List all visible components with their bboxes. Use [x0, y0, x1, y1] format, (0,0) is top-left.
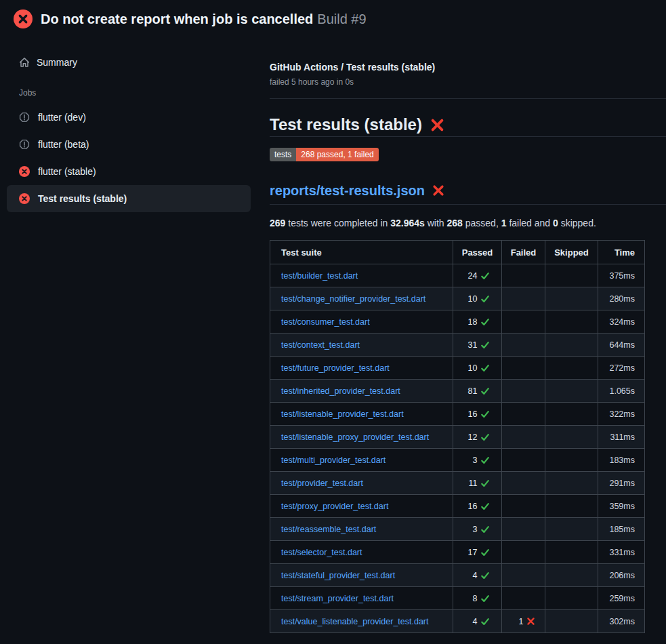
test-suite-link[interactable]: test/provider_test.dart	[281, 479, 363, 488]
failed-cell	[502, 334, 545, 357]
passed-total: 268	[447, 218, 463, 228]
build-number: Build #9	[317, 12, 366, 26]
skipped-cell	[545, 610, 598, 633]
test-suite-link[interactable]: test/multi_provider_test.dart	[281, 456, 386, 465]
test-suite-link[interactable]: test/stream_provider_test.dart	[281, 594, 394, 603]
test-suite-link[interactable]: test/proxy_provider_test.dart	[281, 502, 388, 511]
passed-cell: 17	[453, 541, 502, 564]
test-suite-link[interactable]: test/selector_test.dart	[281, 548, 362, 557]
failed-cell: 1	[502, 610, 545, 633]
test-suite-link[interactable]: test/listenable_proxy_provider_test.dart	[281, 432, 429, 442]
summary-label: Summary	[37, 57, 77, 68]
test-suite-link[interactable]: test/listenable_provider_test.dart	[281, 409, 404, 419]
passed-count: 24	[465, 271, 478, 281]
passed-cell: 10	[453, 357, 502, 380]
passed-count: 10	[465, 294, 478, 304]
table-body: test/builder_test.dart24375mstest/change…	[270, 264, 645, 633]
test-suite-link[interactable]: test/change_notifier_provider_test.dart	[281, 294, 425, 304]
test-suite-cell: test/value_listenable_provider_test.dart	[270, 610, 453, 633]
table-row: test/listenable_provider_test.dart16322m…	[270, 403, 645, 426]
passed-cell: 3	[453, 449, 502, 472]
sidebar-item-summary[interactable]: Summary	[0, 54, 257, 71]
job-label: Test results (stable)	[38, 193, 127, 204]
test-suite-cell: test/listenable_proxy_provider_test.dart	[270, 426, 453, 449]
report-heading: reports/test-results.json	[270, 182, 666, 205]
check-run-title-text: Test results (stable)	[270, 114, 422, 136]
failed-cell	[502, 357, 545, 380]
skipped-cell	[545, 495, 598, 518]
table-header-row: Test suite Passed Failed Skipped Time	[270, 241, 645, 264]
skipped-cell	[545, 310, 598, 334]
sidebar-item-job-3[interactable]: Test results (stable)	[7, 185, 251, 212]
passed-count: 3	[465, 525, 478, 534]
passed-cell: 81	[453, 380, 502, 403]
time-cell: 302ms	[598, 610, 645, 633]
failed-x-icon	[432, 184, 444, 197]
total-tests: 269	[270, 218, 285, 228]
failed-cell	[502, 472, 545, 495]
report-link[interactable]: reports/test-results.json	[270, 182, 425, 199]
passed-cell: 16	[453, 403, 502, 426]
skipped-cell	[545, 587, 598, 610]
table-row: test/provider_test.dart11291ms	[270, 472, 645, 495]
failed-cell	[502, 426, 545, 449]
passed-check-icon	[480, 432, 490, 442]
passed-cell: 12	[453, 426, 502, 449]
test-suite-link[interactable]: test/consumer_test.dart	[281, 317, 370, 327]
table-row: test/selector_test.dart17331ms	[270, 541, 645, 564]
skipped-cell	[545, 518, 598, 541]
table-row: test/stream_provider_test.dart8259ms	[270, 587, 645, 610]
test-suite-cell: test/change_notifier_provider_test.dart	[270, 287, 453, 310]
failed-cell	[502, 380, 545, 403]
test-suite-link[interactable]: test/future_provider_test.dart	[281, 363, 390, 373]
table-row: test/context_test.dart31644ms	[270, 334, 645, 357]
sidebar-item-job-1[interactable]: flutter (beta)	[7, 131, 251, 158]
passed-check-icon	[480, 525, 490, 534]
failed-cell	[502, 403, 545, 426]
time-cell: 1.065s	[598, 380, 645, 403]
table-row: test/consumer_test.dart18324ms	[270, 310, 645, 334]
passed-check-icon	[480, 594, 490, 603]
run-status-text: failed 5 hours ago in 0s	[270, 77, 666, 87]
passed-check-icon	[480, 271, 490, 281]
failed-cell	[502, 449, 545, 472]
test-suite-cell: test/selector_test.dart	[270, 541, 453, 564]
jobs-section-label: Jobs	[0, 88, 257, 98]
skipped-cell	[545, 287, 598, 310]
time-cell: 291ms	[598, 472, 645, 495]
time-cell: 280ms	[598, 287, 645, 310]
passed-check-icon	[480, 479, 490, 488]
passed-count: 3	[465, 456, 478, 465]
test-suite-link[interactable]: test/stateful_provider_test.dart	[281, 571, 395, 580]
test-suite-cell: test/provider_test.dart	[270, 472, 453, 495]
passed-check-icon	[480, 409, 490, 419]
test-suite-link[interactable]: test/builder_test.dart	[281, 271, 358, 281]
time-cell: 331ms	[598, 541, 645, 564]
passed-count: 16	[465, 502, 478, 511]
test-suite-link[interactable]: test/inherited_provider_test.dart	[281, 386, 400, 396]
sidebar-item-job-2[interactable]: flutter (stable)	[7, 158, 251, 185]
passed-check-icon	[480, 571, 490, 580]
table-row: test/future_provider_test.dart10272ms	[270, 357, 645, 380]
skipped-cell	[545, 264, 598, 287]
job-label: flutter (beta)	[38, 139, 89, 150]
passed-cell: 11	[453, 472, 502, 495]
failed-x-circle-icon	[19, 166, 30, 177]
failed-cell	[502, 310, 545, 334]
failed-x-circle-icon	[19, 193, 30, 204]
test-summary-sentence: 269 tests were completed in 32.964s with…	[270, 216, 666, 230]
test-suite-link[interactable]: test/context_test.dart	[281, 340, 360, 350]
passed-cell: 10	[453, 287, 502, 310]
home-icon	[19, 57, 30, 68]
table-row: test/listenable_proxy_provider_test.dart…	[270, 426, 645, 449]
test-suite-link[interactable]: test/reassemble_test.dart	[281, 525, 376, 534]
passed-check-icon	[480, 294, 490, 304]
time-cell: 644ms	[598, 334, 645, 357]
tests-badge: tests 268 passed, 1 failed	[270, 148, 379, 161]
col-header-skipped: Skipped	[545, 241, 598, 264]
failed-x-icon	[430, 118, 444, 132]
time-cell: 206ms	[598, 564, 645, 587]
test-suite-link[interactable]: test/value_listenable_provider_test.dart	[281, 617, 429, 626]
failed-x-icon	[526, 617, 536, 626]
sidebar-item-job-0[interactable]: flutter (dev)	[7, 104, 251, 131]
